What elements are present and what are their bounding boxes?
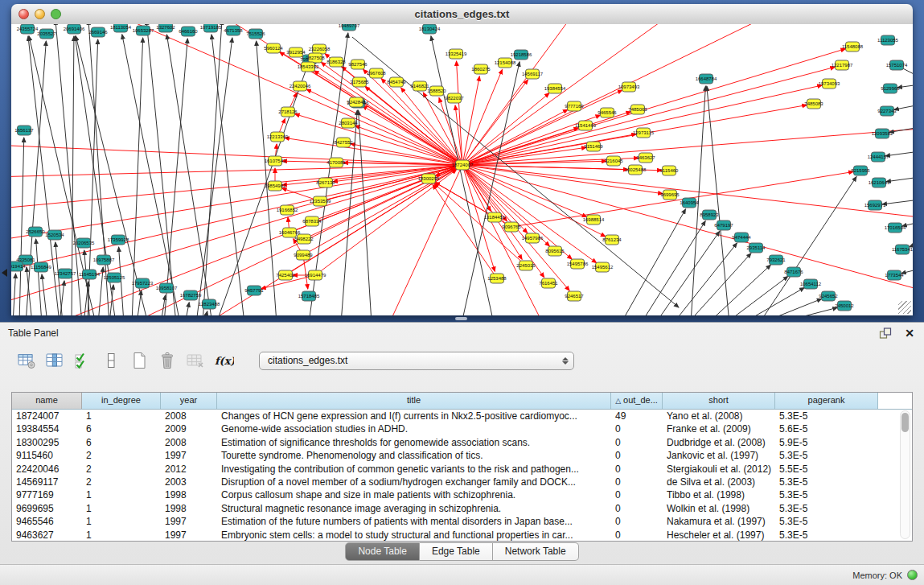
network-node[interactable]: 18130424 bbox=[419, 24, 441, 34]
table-cell[interactable]: 1 bbox=[82, 529, 161, 542]
network-node[interactable]: 12154088 bbox=[495, 58, 516, 68]
network-edge[interactable] bbox=[11, 165, 462, 209]
network-node[interactable]: 4170081 bbox=[326, 158, 346, 167]
network-node[interactable]: 19218586 bbox=[511, 50, 532, 60]
network-node[interactable]: 15495612 bbox=[592, 262, 614, 272]
network-node[interactable]: 5960124 bbox=[264, 43, 283, 53]
table-cell[interactable]: Embryonic stem cells: a model to study s… bbox=[217, 529, 611, 542]
network-node[interactable]: 12213369 bbox=[267, 132, 289, 142]
table-cell[interactable]: 1997 bbox=[161, 529, 217, 542]
table-cell[interactable]: 5.3E-5 bbox=[775, 410, 878, 422]
network-node[interactable]: 9151469 bbox=[584, 142, 603, 151]
table-cell[interactable]: Estimation of the future numbers of pati… bbox=[217, 515, 611, 528]
network-edge[interactable] bbox=[455, 105, 462, 165]
table-row[interactable]: 1938455462009Genome-wide association stu… bbox=[12, 422, 912, 435]
table-cell[interactable]: 2 bbox=[82, 476, 161, 488]
network-edge[interactable] bbox=[19, 138, 24, 315]
network-node[interactable]: 8427552 bbox=[334, 138, 353, 147]
table-cell[interactable]: 49 bbox=[611, 410, 663, 422]
table-cell[interactable]: 0 bbox=[611, 515, 663, 528]
network-node[interactable]: 15692971 bbox=[864, 200, 886, 210]
table-row[interactable]: 1872400712008Changes of HCN gene express… bbox=[12, 410, 912, 422]
table-cell[interactable]: 1 bbox=[82, 502, 161, 515]
table-row[interactable]: 977716911998Corpus callosum shape and si… bbox=[12, 488, 912, 501]
table-cell[interactable]: 0 bbox=[611, 449, 663, 462]
network-node[interactable]: 13325419 bbox=[446, 49, 467, 59]
network-node[interactable]: 15751074 bbox=[886, 60, 908, 70]
network-edge[interactable] bbox=[137, 290, 142, 315]
network-node[interactable]: 8471676 bbox=[784, 267, 803, 277]
network-edge[interactable] bbox=[282, 161, 462, 165]
pane-collapse-arrow-icon[interactable] bbox=[2, 269, 7, 277]
network-node[interactable]: 1773544 bbox=[885, 270, 904, 280]
network-node[interactable]: 9227343 bbox=[877, 106, 897, 116]
network-node[interactable]: 12973115 bbox=[633, 128, 655, 138]
tab-network-table[interactable]: Network Table bbox=[493, 542, 579, 561]
table-cell[interactable]: 9465546 bbox=[12, 515, 82, 528]
network-node[interactable]: 8267130 bbox=[316, 178, 335, 187]
network-edge[interactable] bbox=[185, 303, 189, 315]
table-cell[interactable]: Corpus callosum shape and size in male p… bbox=[217, 488, 611, 501]
network-node[interactable]: 9827546 bbox=[348, 60, 368, 69]
network-node[interactable]: 7425402 bbox=[276, 270, 295, 280]
network-node[interactable]: 15495786 bbox=[567, 259, 589, 269]
table-cell[interactable]: 19384554 bbox=[12, 422, 82, 435]
network-edge[interactable] bbox=[116, 24, 462, 165]
network-edge[interactable] bbox=[462, 76, 479, 165]
table-cell[interactable]: 2008 bbox=[161, 436, 217, 449]
network-edge[interactable] bbox=[204, 311, 207, 315]
show-columns-icon[interactable] bbox=[44, 351, 65, 370]
network-edge[interactable] bbox=[295, 114, 462, 165]
table-cell[interactable]: 6 bbox=[82, 422, 161, 435]
network-node[interactable]: 2803144 bbox=[339, 118, 358, 128]
network-node[interactable]: 2935114 bbox=[747, 243, 766, 253]
table-cell[interactable]: 0 bbox=[611, 529, 663, 542]
table-cell[interactable]: 1 bbox=[82, 488, 161, 501]
network-node[interactable]: 11541469 bbox=[575, 121, 597, 130]
network-node[interactable]: 6466160 bbox=[179, 27, 198, 36]
column-header-pagerank[interactable]: pagerank bbox=[775, 393, 878, 409]
table-cell[interactable]: 9777169 bbox=[12, 488, 82, 501]
network-node[interactable]: 8958923 bbox=[700, 210, 719, 220]
table-cell[interactable]: 2 bbox=[82, 449, 161, 462]
zoom-window-button[interactable] bbox=[51, 9, 61, 19]
table-row[interactable]: 946362711997Embryonic stem cells: a mode… bbox=[12, 529, 912, 542]
table-cell[interactable]: 1 bbox=[82, 515, 161, 528]
table-cell[interactable]: 5.3E-5 bbox=[775, 529, 878, 542]
network-node[interactable]: 4671358 bbox=[224, 26, 243, 35]
network-edge[interactable] bbox=[204, 165, 462, 315]
tab-node-table[interactable]: Node Table bbox=[345, 542, 420, 561]
table-cell[interactable]: Tibbo et al. (1998) bbox=[663, 488, 775, 501]
network-node[interactable]: 3175685 bbox=[350, 77, 369, 87]
network-node[interactable]: 7616451 bbox=[539, 278, 558, 288]
select-rows-icon[interactable] bbox=[72, 351, 93, 370]
network-node[interactable]: 6878334 bbox=[302, 216, 322, 226]
table-cell[interactable]: Tourette syndrome. Phenomenology and cla… bbox=[217, 449, 611, 462]
table-row[interactable]: 911546021997Tourette syndrome. Phenomeno… bbox=[12, 449, 912, 462]
network-node[interactable]: 10719185 bbox=[200, 24, 222, 32]
network-node[interactable]: 16210643 bbox=[869, 178, 890, 187]
table-cell[interactable]: 5.6E-5 bbox=[775, 422, 878, 435]
table-cell[interactable]: 0 bbox=[611, 422, 663, 435]
network-node[interactable]: 17016504 bbox=[885, 223, 906, 233]
network-node[interactable]: 11675341 bbox=[892, 245, 913, 254]
network-node[interactable]: 15718485 bbox=[298, 291, 320, 301]
row-height-icon[interactable] bbox=[101, 351, 121, 370]
table-row[interactable]: 1830029562008Estimation of significance … bbox=[12, 436, 912, 449]
table-cell[interactable]: Genome-wide association studies in ADHD. bbox=[217, 422, 611, 435]
network-node[interactable]: 19384554 bbox=[544, 84, 566, 93]
network-node[interactable]: 12823488 bbox=[199, 299, 220, 309]
tab-edge-table[interactable]: Edge Table bbox=[420, 542, 493, 561]
table-row[interactable]: 969969511998Structural magnetic resonanc… bbox=[12, 502, 912, 515]
table-row[interactable]: 2242004622012Investigating the contribut… bbox=[12, 463, 912, 476]
network-edge[interactable] bbox=[759, 177, 856, 315]
network-edge[interactable] bbox=[776, 307, 837, 315]
network-edge[interactable] bbox=[462, 165, 606, 237]
resize-grip-icon[interactable] bbox=[898, 301, 911, 314]
network-edge[interactable] bbox=[36, 239, 42, 315]
table-select-dropdown[interactable]: citations_edges.txt bbox=[259, 352, 574, 370]
table-cell[interactable]: Disruption of a novel member of a sodium… bbox=[217, 476, 611, 488]
network-canvas[interactable]: 2435572420355272069140626691461811305410… bbox=[11, 24, 913, 315]
network-node[interactable]: 1860275 bbox=[471, 64, 491, 74]
network-edge[interactable] bbox=[462, 165, 597, 263]
